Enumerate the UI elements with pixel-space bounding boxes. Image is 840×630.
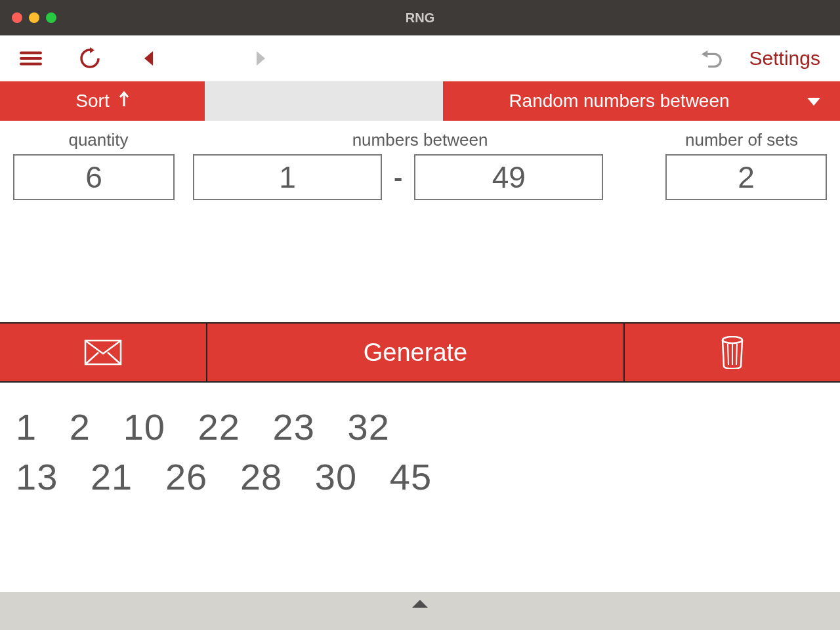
field-labels: quantity numbers between number of sets: [0, 121, 840, 154]
action-bar: Generate: [0, 322, 840, 383]
settings-link[interactable]: Settings: [749, 47, 820, 70]
refresh-icon[interactable]: [79, 47, 101, 70]
mode-spacer: [205, 81, 443, 121]
generate-button[interactable]: Generate: [207, 324, 625, 381]
next-icon[interactable]: [249, 47, 272, 70]
result-row: 1 2 10 22 23 32: [16, 402, 824, 452]
quantity-label: quantity: [13, 130, 184, 150]
prev-icon[interactable]: [138, 47, 160, 70]
sort-toggle[interactable]: Sort: [0, 81, 205, 121]
mode-select[interactable]: Random numbers between: [443, 81, 840, 121]
svg-line-10: [85, 352, 98, 364]
svg-marker-5: [257, 51, 265, 66]
chevron-down-icon: [807, 91, 820, 112]
quantity-field[interactable]: 6: [13, 154, 175, 200]
window-titlebar: RNG: [0, 0, 840, 35]
share-mail-button[interactable]: [0, 324, 207, 381]
app-toolbar: Settings: [0, 35, 840, 81]
svg-line-15: [736, 344, 737, 365]
menu-icon[interactable]: [20, 47, 42, 70]
svg-marker-6: [701, 50, 707, 57]
svg-line-11: [108, 352, 121, 364]
sort-label: Sort: [75, 91, 109, 112]
range-dash: -: [394, 163, 402, 192]
bottom-drawer-handle[interactable]: [0, 592, 840, 630]
svg-line-13: [728, 344, 728, 365]
svg-point-12: [723, 337, 742, 343]
mode-label: Random numbers between: [509, 91, 729, 112]
max-field[interactable]: 49: [414, 154, 603, 200]
min-field[interactable]: 1: [193, 154, 382, 200]
sets-field[interactable]: 2: [665, 154, 827, 200]
svg-marker-16: [412, 600, 428, 608]
between-label: numbers between: [184, 130, 656, 150]
input-row: 6 1 - 49 2: [0, 154, 840, 213]
result-row: 13 21 26 28 30 45: [16, 452, 824, 502]
chevron-up-icon: [411, 598, 429, 609]
results-area: 1 2 10 22 23 32 13 21 26 28 30 45: [0, 383, 840, 521]
sets-label: number of sets: [656, 130, 827, 150]
svg-marker-4: [144, 51, 153, 66]
sort-asc-icon: [119, 91, 129, 112]
mode-bar: Sort Random numbers between: [0, 81, 840, 121]
svg-marker-3: [90, 47, 94, 53]
undo-icon[interactable]: [700, 47, 722, 70]
svg-marker-8: [807, 98, 820, 106]
clear-button[interactable]: [625, 324, 840, 381]
window-title: RNG: [0, 10, 840, 26]
